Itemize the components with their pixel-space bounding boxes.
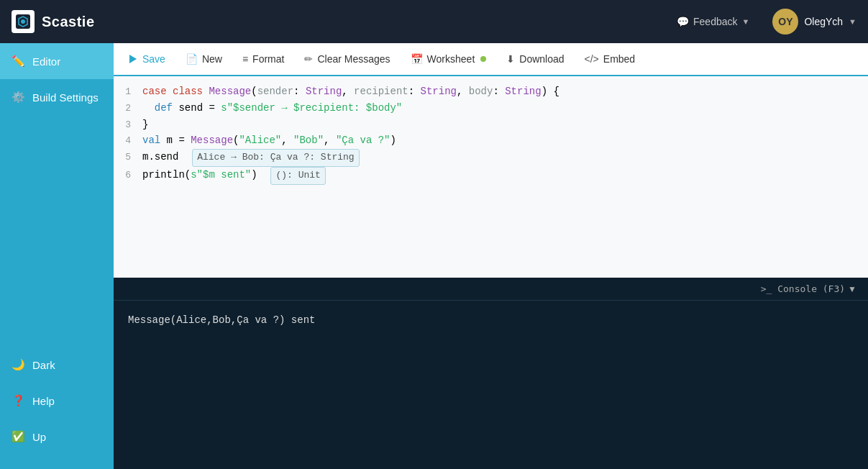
code-editor[interactable]: 1 case class Message(sender: String, rec… (114, 83, 868, 185)
line-num-2: 2 (114, 101, 142, 117)
embed-button[interactable]: </> Embed (575, 47, 646, 70)
content-area: Save 📄 New ≡ Format ✏ Clear Messages 📅 W… (114, 43, 868, 469)
new-button[interactable]: 📄 New (175, 47, 232, 70)
file-icon: 📄 (186, 53, 198, 65)
code-line-4-content: val m = Message("Alice", "Bob", "Ça va ?… (142, 132, 868, 148)
sidebar-item-build-settings[interactable]: ⚙️ Build Settings (0, 79, 114, 115)
sidebar-bottom: 🌙 Dark ❓ Help ✅ Up (0, 347, 114, 469)
user-chevron-icon: ▼ (849, 17, 856, 26)
code-line-3-content: } (142, 117, 868, 132)
calendar-icon: 📅 (411, 53, 423, 65)
svg-point-1 (21, 19, 25, 24)
navbar: Scastie 💬 Feedback ▼ OY OlegYch ▼ (0, 0, 868, 43)
clear-messages-button[interactable]: ✏ Clear Messages (294, 47, 400, 70)
embed-label: Embed (603, 53, 635, 65)
user-name: OlegYch (804, 16, 843, 27)
sidebar-item-help[interactable]: ❓ Help (0, 383, 114, 419)
new-label: New (202, 53, 222, 65)
sidebar-editor-label: Editor (32, 55, 60, 68)
code-line-1-content: case class Message(sender: String, recip… (142, 83, 868, 99)
feedback-icon: 💬 (677, 16, 689, 27)
gear-icon: ⚙️ (12, 91, 25, 104)
pencil-icon: ✏ (304, 53, 313, 65)
sidebar-item-editor[interactable]: ✏️ Editor (0, 43, 114, 79)
help-icon: ❓ (12, 394, 25, 407)
app-name: Scastie (42, 14, 95, 30)
code-line-1: 1 case class Message(sender: String, rec… (114, 83, 868, 100)
console-output: Message(Alice,Bob,Ça va ?) sent (114, 301, 868, 469)
worksheet-button[interactable]: 📅 Worksheet (401, 47, 497, 70)
line-num-6: 6 (114, 168, 142, 183)
navbar-left: Scastie (12, 10, 95, 33)
type-tooltip-5: Alice → Bob: Ça va ?: String (192, 149, 359, 167)
worksheet-status-dot (480, 56, 486, 62)
save-button[interactable]: Save (119, 47, 175, 70)
download-icon: ⬇ (506, 53, 515, 65)
code-line-5: 5 m.send Alice → Bob: Ça va ?: String (114, 149, 868, 167)
feedback-label: Feedback (693, 16, 737, 27)
format-icon: ≡ (242, 53, 248, 65)
console-chevron-icon[interactable]: ▼ (848, 284, 856, 294)
save-label: Save (142, 53, 165, 65)
console-area: >_ Console (F3) ▼ Message(Alice,Bob,Ça v… (114, 278, 868, 469)
format-button[interactable]: ≡ Format (232, 47, 295, 70)
avatar: OY (772, 9, 798, 35)
download-label: Download (519, 53, 564, 65)
code-line-5-content: m.send Alice → Bob: Ça va ?: String (142, 149, 868, 167)
sidebar-dark-label: Dark (32, 359, 55, 371)
up-icon: ✅ (12, 430, 25, 443)
feedback-chevron-icon: ▼ (742, 17, 750, 26)
worksheet-label: Worksheet (427, 53, 475, 65)
sidebar-item-dark[interactable]: 🌙 Dark (0, 347, 114, 383)
format-label: Format (252, 53, 284, 65)
line-num-4: 4 (114, 134, 142, 149)
editor-icon: ✏️ (12, 55, 25, 68)
sidebar-build-settings-label: Build Settings (32, 91, 99, 104)
sidebar-item-up[interactable]: ✅ Up (0, 419, 114, 455)
feedback-button[interactable]: 💬 Feedback ▼ (668, 12, 758, 32)
console-text: Message(Alice,Bob,Ça va ?) sent (128, 314, 315, 326)
console-header: >_ Console (F3) ▼ (114, 278, 868, 301)
line-num-1: 1 (114, 85, 142, 100)
embed-icon: </> (585, 53, 599, 65)
console-title[interactable]: >_ Console (F3) (761, 283, 845, 294)
user-menu-button[interactable]: OY OlegYch ▼ (772, 9, 856, 35)
code-line-6: 6 println(s"$m sent") (): Unit (114, 167, 868, 185)
type-tooltip-6: (): Unit (270, 167, 325, 185)
code-line-2: 2 def send = s"$sender → $recipient: $bo… (114, 100, 868, 117)
sidebar: ✏️ Editor ⚙️ Build Settings 🌙 Dark ❓ Hel… (0, 43, 114, 469)
line-num-5: 5 (114, 150, 142, 165)
toolbar: Save 📄 New ≡ Format ✏ Clear Messages 📅 W… (114, 43, 868, 76)
play-icon (129, 55, 137, 63)
download-button[interactable]: ⬇ Download (496, 47, 574, 70)
code-line-3: 3 } (114, 117, 868, 133)
code-editor-area[interactable]: 1 case class Message(sender: String, rec… (114, 76, 868, 278)
code-line-2-content: def send = s"$sender → $recipient: $body… (142, 100, 868, 116)
main-layout: ✏️ Editor ⚙️ Build Settings 🌙 Dark ❓ Hel… (0, 43, 868, 469)
clear-messages-label: Clear Messages (317, 53, 390, 65)
sidebar-help-label: Help (32, 395, 55, 407)
logo-icon (12, 10, 35, 33)
sidebar-spacer (0, 115, 114, 347)
navbar-right: 💬 Feedback ▼ OY OlegYch ▼ (668, 9, 856, 35)
sidebar-up-label: Up (32, 431, 46, 443)
code-line-4: 4 val m = Message("Alice", "Bob", "Ça va… (114, 132, 868, 149)
moon-icon: 🌙 (12, 358, 25, 371)
line-num-3: 3 (114, 118, 142, 133)
avatar-initials: OY (778, 16, 792, 27)
code-line-6-content: println(s"$m sent") (): Unit (142, 167, 868, 185)
